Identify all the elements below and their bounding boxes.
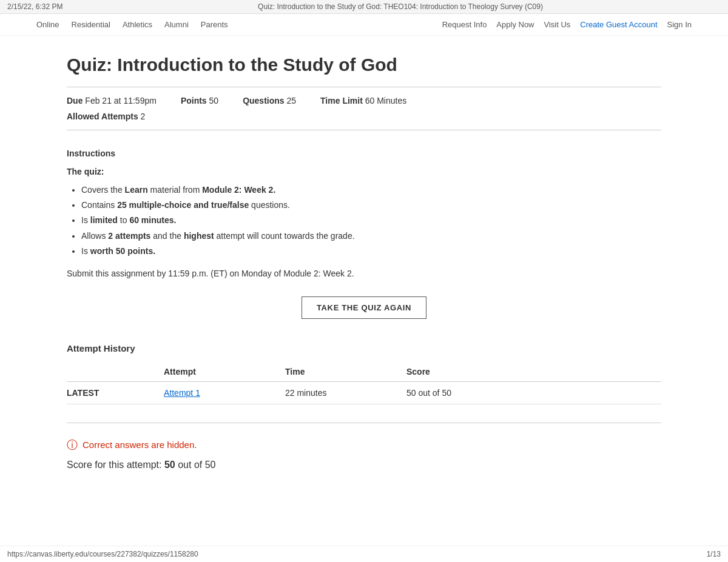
- top-nav: Online Residential Athletics Alumni Pare…: [0, 14, 728, 36]
- browser-timestamp: 2/15/22, 6:32 PM: [7, 2, 80, 11]
- bullet-3: Is limited to 60 minutes.: [81, 213, 661, 228]
- submit-note: Submit this assignment by 11:59 p.m. (ET…: [67, 269, 661, 278]
- nav-left: Online Residential Athletics Alumni Pare…: [36, 20, 228, 29]
- attempt-table: Attempt Time Score LATEST Attempt 1 22 m…: [67, 362, 661, 404]
- nav-residential[interactable]: Residential: [72, 20, 110, 29]
- the-quiz-label: The quiz:: [67, 167, 661, 176]
- col-header-attempt: Attempt: [164, 362, 285, 382]
- col-header-score: Score: [406, 362, 661, 382]
- row-label: LATEST: [67, 381, 164, 404]
- bullet-1: Covers the Learn material from Module 2:…: [81, 182, 661, 198]
- col-header-label: [67, 362, 164, 382]
- quiz-title: Quiz: Introduction to the Study of God: [67, 54, 661, 76]
- nav-request-info[interactable]: Request Info: [442, 20, 487, 29]
- points-value: 50: [209, 96, 219, 105]
- due-label: Due: [67, 96, 83, 105]
- table-row: LATEST Attempt 1 22 minutes 50 out of 50: [67, 381, 661, 404]
- col-header-time: Time: [285, 362, 406, 382]
- time-limit-value: 60 Minutes: [365, 96, 406, 105]
- nav-parents[interactable]: Parents: [201, 20, 228, 29]
- due-value: Feb 21 at 11:59pm: [85, 96, 157, 105]
- quiz-allowed-attempts: Allowed Attempts 2: [67, 112, 661, 121]
- attempt-1-link[interactable]: Attempt 1: [164, 388, 200, 398]
- nav-apply-now[interactable]: Apply Now: [496, 20, 534, 29]
- warning-icon: ⓘ: [67, 438, 78, 452]
- attempt-history-section: Attempt History Attempt Time Score LATES…: [67, 343, 661, 404]
- bullet-4: Allows 2 attempts and the highest attemp…: [81, 229, 661, 244]
- score-line: Score for this attempt: 50 out of 50: [67, 460, 661, 470]
- points-label: Points: [181, 96, 207, 105]
- bullet-2: Contains 25 multiple-choice and true/fal…: [81, 198, 661, 213]
- section-divider: [67, 423, 661, 423]
- row-score: 50 out of 50: [406, 381, 661, 404]
- quiz-due: Due Feb 21 at 11:59pm: [67, 96, 157, 105]
- instructions-heading: Instructions: [67, 149, 661, 158]
- allowed-attempts-label: Allowed Attempts: [67, 112, 138, 121]
- row-attempt: Attempt 1: [164, 381, 285, 404]
- nav-visit-us[interactable]: Visit Us: [544, 20, 571, 29]
- attempt-history-heading: Attempt History: [67, 343, 661, 353]
- quiz-points: Points 50: [181, 96, 218, 105]
- instructions-section: Instructions The quiz: Covers the Learn …: [67, 149, 661, 278]
- questions-value: 25: [286, 96, 296, 105]
- quiz-bullets: Covers the Learn material from Module 2:…: [67, 182, 661, 259]
- nav-create-guest[interactable]: Create Guest Account: [580, 20, 657, 29]
- nav-right: Request Info Apply Now Visit Us Create G…: [442, 20, 692, 29]
- main-content: Quiz: Introduction to the Study of God D…: [30, 36, 698, 507]
- score-value: 50: [164, 460, 175, 470]
- questions-label: Questions: [243, 96, 284, 105]
- nav-alumni[interactable]: Alumni: [164, 20, 189, 29]
- browser-page-title: Quiz: Introduction to the Study of God: …: [80, 2, 721, 11]
- browser-bar: 2/15/22, 6:32 PM Quiz: Introduction to t…: [0, 0, 728, 14]
- nav-online[interactable]: Online: [36, 20, 59, 29]
- correct-answers-notice: ⓘ Correct answers are hidden.: [67, 438, 661, 452]
- nav-athletics[interactable]: Athletics: [123, 20, 152, 29]
- score-prefix: Score for this attempt:: [67, 460, 164, 470]
- correct-answers-text: Correct answers are hidden.: [83, 440, 197, 450]
- take-quiz-container: TAKE THE QUIZ AGAIN: [67, 296, 661, 319]
- nav-sign-in[interactable]: Sign In: [667, 20, 692, 29]
- time-limit-label: Time Limit: [320, 96, 363, 105]
- row-time: 22 minutes: [285, 381, 406, 404]
- take-quiz-button[interactable]: TAKE THE QUIZ AGAIN: [302, 296, 426, 319]
- score-suffix: out of 50: [178, 460, 215, 470]
- allowed-attempts-value: 2: [141, 112, 146, 121]
- quiz-questions: Questions 25: [243, 96, 296, 105]
- bullet-5: Is worth 50 points.: [81, 244, 661, 259]
- quiz-time-limit: Time Limit 60 Minutes: [320, 96, 406, 105]
- quiz-meta-bar: Due Feb 21 at 11:59pm Points 50 Question…: [67, 87, 661, 130]
- table-header-row: Attempt Time Score: [67, 362, 661, 382]
